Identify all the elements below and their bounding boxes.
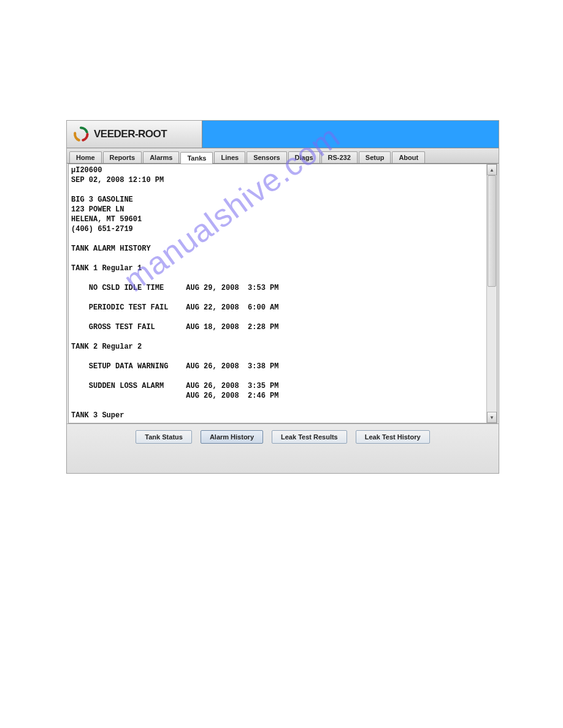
tab-about[interactable]: About bbox=[392, 151, 425, 163]
scroll-down-button[interactable]: ▼ bbox=[487, 412, 497, 423]
tab-diags[interactable]: Diags bbox=[288, 151, 320, 163]
tab-home[interactable]: Home bbox=[69, 151, 102, 163]
bottom-panel: Tank StatusAlarm HistoryLeak Test Result… bbox=[67, 423, 499, 473]
scrollbar: ▲ ▼ bbox=[486, 164, 497, 423]
brand-logo-icon bbox=[73, 126, 89, 142]
tab-alarms[interactable]: Alarms bbox=[143, 151, 179, 163]
scroll-track[interactable] bbox=[487, 175, 497, 412]
tab-bar: HomeReportsAlarmsTanksLinesSensorsDiagsR… bbox=[67, 148, 499, 164]
leak-test-history-button[interactable]: Leak Test History bbox=[356, 430, 430, 444]
report-text: µI20600 SEP 02, 2008 12:10 PM BIG 3 GASO… bbox=[69, 164, 486, 423]
tab-lines[interactable]: Lines bbox=[214, 151, 245, 163]
tab-tanks[interactable]: Tanks bbox=[180, 152, 213, 164]
scroll-up-button[interactable]: ▲ bbox=[487, 164, 497, 175]
tab-sensors[interactable]: Sensors bbox=[247, 151, 286, 163]
tank-status-button[interactable]: Tank Status bbox=[136, 430, 192, 444]
leak-test-results-button[interactable]: Leak Test Results bbox=[272, 430, 347, 444]
titlebar: VEEDER-ROOT bbox=[67, 121, 499, 148]
tab-rs-232[interactable]: RS-232 bbox=[321, 151, 358, 163]
tab-setup[interactable]: Setup bbox=[359, 151, 391, 163]
app-window: VEEDER-ROOT HomeReportsAlarmsTanksLinesS… bbox=[66, 120, 499, 474]
tab-reports[interactable]: Reports bbox=[103, 151, 142, 163]
content-area: µI20600 SEP 02, 2008 12:10 PM BIG 3 GASO… bbox=[68, 164, 497, 423]
scroll-thumb[interactable] bbox=[488, 175, 496, 287]
brand-text: VEEDER-ROOT bbox=[94, 128, 167, 140]
alarm-history-button[interactable]: Alarm History bbox=[201, 430, 263, 444]
brand-box: VEEDER-ROOT bbox=[67, 121, 202, 148]
